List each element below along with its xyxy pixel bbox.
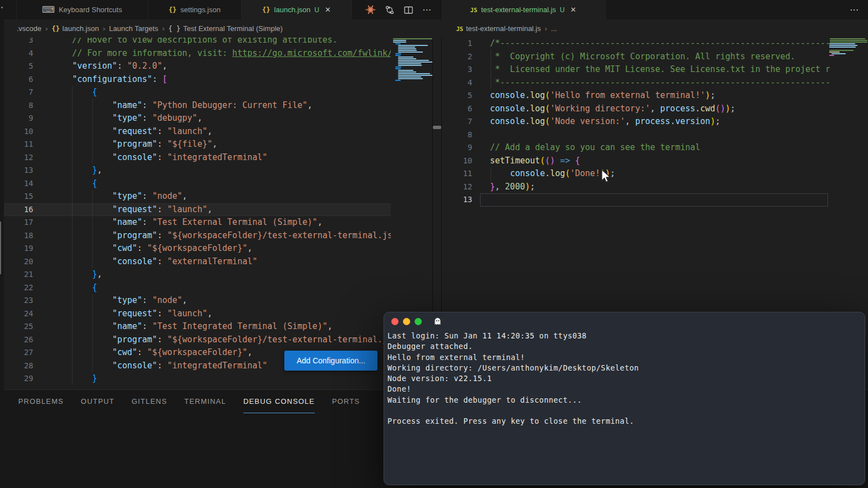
traffic-light-red[interactable] (391, 318, 399, 325)
left-rail-indicator (0, 222, 1, 274)
code-line[interactable]: 12}, 2000); (442, 181, 830, 194)
minimap-right[interactable] (829, 38, 868, 58)
panel-tab-gitlens[interactable]: GITLENS (132, 390, 167, 413)
editor-launch-json[interactable]: 3 // Hover to view descriptions of exist… (0, 38, 432, 389)
code-line[interactable]: 8 (442, 129, 830, 142)
traffic-light-green[interactable] (415, 318, 422, 325)
code-line[interactable]: 22 { (0, 281, 391, 295)
code-line[interactable]: 26 "program": "${workspaceFolder}/test-e… (0, 333, 391, 347)
panel-tab-ports[interactable]: PORTS (332, 390, 360, 413)
code-text: console.log('Node version:', process.ver… (480, 115, 830, 129)
traffic-light-yellow[interactable] (403, 318, 410, 325)
code-line[interactable]: 25 "name": "Test Integrated Terminal (Si… (0, 320, 391, 333)
add-configuration-button[interactable]: Add Configuration... (284, 351, 377, 371)
breadcrumb-item[interactable]: JStest-external-terminal.js (456, 24, 541, 33)
breadcrumb-label: test-external-terminal.js (466, 24, 541, 33)
code-line[interactable]: 3 * Licensed under the MIT License. See … (442, 63, 830, 76)
code-line[interactable]: 9 "type": "debugpy", (0, 112, 391, 125)
mouse-cursor (600, 169, 612, 186)
code-text: "cwd": "${workspaceFolder}", (41, 242, 391, 255)
code-line[interactable]: 5console.log('Hello from external termin… (442, 89, 830, 102)
breadcrumb-item[interactable]: .vscode (17, 24, 42, 33)
code-line[interactable]: 7 { (0, 86, 391, 99)
breadcrumb-separator: › (103, 24, 105, 33)
code-line[interactable]: 24 "request": "launch", (0, 307, 391, 321)
js-icon: JS (456, 25, 463, 32)
code-line[interactable]: 2 * Copyright (c) Microsoft Corporation.… (442, 50, 830, 64)
code-text: { (41, 86, 391, 99)
code-text: *---------------------------------------… (480, 76, 830, 90)
panel-tab-terminal[interactable]: TERMINAL (185, 390, 226, 413)
compare-icon[interactable] (385, 5, 395, 15)
minimap-line (829, 52, 840, 53)
minimap-line (393, 42, 406, 43)
breadcrumb-item[interactable]: ... (551, 24, 557, 33)
code-line[interactable]: 19 "cwd": "${workspaceFolder}", (0, 242, 391, 255)
code-line[interactable]: 13 (442, 193, 830, 207)
code-line[interactable]: 21 }, (0, 268, 391, 281)
tab-launch-json[interactable]: {}launch.jsonU✕ (242, 0, 352, 19)
code-line[interactable]: 3 // Hover to view descriptions of exist… (0, 38, 391, 47)
code-text: "program": "${workspaceFolder}/test-exte… (41, 333, 391, 347)
terminal-line: Last login: Sun Jan 11 14:20:35 on ttys0… (387, 331, 861, 341)
breadcrumb-item[interactable]: {}launch.json (52, 24, 99, 33)
sparkle-icon[interactable] (365, 4, 376, 15)
line-number: 4 (442, 76, 480, 90)
scrollbar-thumb[interactable] (433, 126, 441, 129)
line-number: 17 (0, 216, 41, 229)
panel-tab-debug-console[interactable]: DEBUG CONSOLE (243, 390, 315, 413)
code-line[interactable]: 11 console.log('Done!'); (442, 167, 830, 181)
more-icon[interactable]: ⋯ (850, 4, 859, 15)
minimap-line (398, 73, 431, 74)
code-line[interactable]: 14 { (0, 177, 391, 191)
terminal-line: Process exited. Press any key to close t… (387, 416, 861, 427)
code-line[interactable]: 15 "type": "node", (0, 190, 391, 203)
minimap-line (395, 68, 400, 69)
code-line[interactable]: 6console.log('Working directory:', proce… (442, 102, 830, 116)
terminal-line: Waiting for the debugger to disconnect..… (387, 395, 861, 405)
code-line[interactable]: 10setTimeout(() => { (442, 155, 830, 168)
code-line[interactable]: 5 "version": "0.2.0", (0, 60, 391, 73)
minimap-left[interactable] (391, 38, 432, 81)
code-line[interactable]: 12 "console": "integratedTerminal" (0, 151, 391, 165)
external-terminal-window[interactable]: Last login: Sun Jan 11 14:20:35 on ttys0… (384, 312, 865, 485)
breadcrumb-item[interactable]: { }Test External Terminal (Simple) (169, 24, 283, 33)
left-rail (0, 19, 4, 488)
more-icon[interactable]: ⋯ (422, 4, 432, 15)
tab-test-external-terminal-js[interactable]: JStest-external-terminal.jsU✕ (441, 0, 606, 19)
minimap-line (829, 47, 856, 48)
code-line[interactable]: 23 "type": "node", (0, 294, 391, 307)
tab-keyboard-shortcuts[interactable]: ⌨Keyboard Shortcuts (17, 0, 148, 19)
code-line[interactable]: 4 // For more information, visit: https:… (0, 47, 391, 60)
line-number: 1 (442, 38, 480, 50)
code-line[interactable]: 18 "program": "${workspaceFolder}/test-e… (0, 229, 391, 243)
close-icon[interactable]: ✕ (325, 6, 331, 14)
tabbar-left-strip (0, 0, 17, 19)
code-text: "name": "Python Debugger: Current File", (41, 99, 391, 112)
code-line[interactable]: 13 }, (0, 164, 391, 177)
code-line[interactable]: 10 "request": "launch", (0, 125, 391, 138)
close-icon[interactable]: ✕ (570, 6, 576, 14)
split-icon[interactable] (404, 5, 413, 15)
terminal-titlebar[interactable] (384, 312, 865, 330)
panel-tab-problems[interactable]: PROBLEMS (18, 390, 64, 413)
code-line[interactable]: 4 *-------------------------------------… (442, 76, 830, 90)
code-line[interactable]: 11 "program": "${file}", (0, 138, 391, 151)
breadcrumb-separator: › (545, 24, 547, 33)
panel-tab-output[interactable]: OUTPUT (81, 390, 115, 413)
code-line[interactable]: 9// Add a delay so you can see the termi… (442, 141, 830, 155)
json-braces-icon: {} (52, 25, 59, 33)
breadcrumb-label: Launch Targets (109, 24, 159, 33)
code-line[interactable]: 16 "request": "launch", (0, 203, 391, 217)
minimap-line (398, 71, 417, 73)
code-line[interactable]: 29 } (0, 372, 391, 386)
code-line[interactable]: 1/*-------------------------------------… (442, 38, 830, 50)
code-line[interactable]: 20 "console": "externalTerminal" (0, 255, 391, 269)
code-line[interactable]: 6 "configurations": [ (0, 73, 391, 86)
breadcrumb-item[interactable]: Launch Targets (109, 24, 159, 33)
terminal-line: Debugger attached. (387, 341, 861, 352)
code-line[interactable]: 7console.log('Node version:', process.ve… (442, 115, 830, 129)
code-line[interactable]: 8 "name": "Python Debugger: Current File… (0, 99, 391, 112)
code-line[interactable]: 17 "name": "Test External Terminal (Simp… (0, 216, 391, 229)
tab-settings-json[interactable]: {}settings.json (148, 0, 242, 19)
